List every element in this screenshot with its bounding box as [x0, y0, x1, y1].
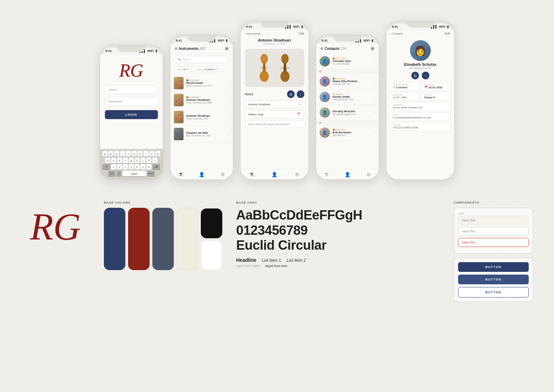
back-to-contacts[interactable]: ‹ Contacts: [391, 32, 403, 35]
key-q[interactable]: q: [102, 151, 107, 157]
location-field[interactable]: Milano, Italy 📍: [245, 110, 304, 118]
key-k[interactable]: k: [146, 158, 151, 163]
comp-button-2[interactable]: BUTTON: [458, 275, 529, 284]
message-button[interactable]: ⊟: [411, 72, 419, 79]
tab-settings-icon-4[interactable]: ⚙: [366, 172, 371, 177]
instrument-item-1[interactable]: 🎻 15.02.2022 Nicolò Amati Violin, Cremon…: [170, 75, 233, 92]
key-t[interactable]: t: [126, 151, 131, 157]
tab-contacts-icon-4[interactable]: 👤: [345, 172, 350, 177]
key-u[interactable]: u: [138, 151, 143, 157]
comp-input-3[interactable]: Input Text: [458, 238, 529, 247]
instruments-list-screen: ⚙ Instruments 4/87 ⊕ 🔍 Search Type All ▾…: [170, 44, 233, 179]
tab-instruments-icon-4[interactable]: ⚗: [324, 172, 329, 177]
button-components-box: BUTTON BUTTON BUTTON: [454, 258, 533, 302]
edit-button-5[interactable]: Edit: [445, 32, 450, 35]
contact-item-christian[interactable]: 👤 13.11.2021 Christian Dörr +1-215-456 8…: [316, 54, 379, 69]
tab-settings-icon-3[interactable]: ⚙: [295, 172, 300, 177]
key-emoji[interactable]: ☺: [117, 171, 122, 176]
status-filter[interactable]: Status Available ▾: [193, 66, 220, 72]
comp-input-2[interactable]: Input Text: [458, 227, 529, 236]
contact-item-dorian[interactable]: 👤 05.08.2021 Dorian Smith +49 223 09 90 …: [316, 89, 379, 105]
instrument-item-3[interactable]: 🎻 Antonio Stradivari Violin, Cremona, 17…: [170, 109, 233, 126]
key-w[interactable]: w: [108, 151, 113, 157]
input-components-box: Label Input Text Input Text Input Text: [454, 208, 533, 253]
key-e[interactable]: e: [114, 151, 119, 157]
components-label: COMPONENTS: [454, 201, 533, 204]
comp-button-3[interactable]: BUTTON: [458, 287, 529, 297]
tab-contacts-icon-3[interactable]: 👤: [271, 172, 277, 177]
font-headline-sample: Headline: [236, 257, 256, 263]
key-o[interactable]: o: [150, 151, 154, 157]
contacts-title: Contacts 234: [325, 47, 346, 51]
key-delete[interactable]: ⌫: [152, 164, 160, 170]
login-logo-area: RG: [100, 54, 163, 85]
key-b[interactable]: b: [135, 164, 140, 170]
instruments-search[interactable]: 🔍 Search: [174, 56, 230, 63]
type-filter[interactable]: Type All ▾: [174, 66, 191, 72]
swatch-white: [201, 240, 222, 270]
key-d[interactable]: d: [117, 158, 122, 163]
key-p[interactable]: p: [155, 151, 160, 157]
base-font-label: BASE FONT: [236, 201, 440, 204]
share-button[interactable]: ↑: [297, 90, 304, 98]
tab-instruments-icon-3[interactable]: ⚗: [249, 172, 254, 177]
contact-avatar-dorian: 👤: [320, 92, 330, 102]
tab-settings-icon[interactable]: ⚙: [221, 172, 225, 177]
key-a[interactable]: a: [105, 158, 110, 163]
instrument-id-row: #5412 ⊟ ↑: [241, 89, 309, 99]
key-g[interactable]: g: [129, 158, 134, 163]
key-h[interactable]: h: [135, 158, 140, 163]
key-j[interactable]: j: [141, 158, 145, 163]
maker-field[interactable]: Antonio Stradivari ▾: [245, 100, 304, 108]
battery-icon-5: ▮: [447, 25, 449, 28]
key-r[interactable]: r: [120, 151, 125, 157]
key-v[interactable]: v: [129, 164, 134, 170]
tab-contacts-icon[interactable]: 👤: [199, 172, 205, 177]
base-colors-label: BASE COLORS: [104, 201, 222, 204]
contact-item-diana[interactable]: 👤 15.02.2022 Diana Otto-Perkins +44-543 …: [316, 74, 379, 89]
contact-item-dorothy[interactable]: 👤 Dorothy McGuire dorothy@mcguire.me ›: [316, 105, 379, 121]
key-l[interactable]: l: [152, 158, 157, 163]
add-instrument-icon[interactable]: ⊕: [225, 46, 229, 51]
key-y[interactable]: y: [132, 151, 137, 157]
print-button[interactable]: ⊟: [287, 90, 295, 98]
keyboard-row-1: q w e r t y u i o p: [101, 151, 161, 157]
key-s[interactable]: s: [111, 158, 116, 163]
key-x[interactable]: x: [117, 164, 122, 170]
edit-button[interactable]: Edit: [299, 32, 304, 35]
key-n[interactable]: n: [141, 164, 145, 170]
password-field[interactable]: Password: [105, 97, 158, 106]
birthday-field: Birthday 12.07.1980: [390, 92, 419, 101]
tab-instruments-icon[interactable]: ⚗: [178, 172, 183, 177]
contacts-list-screen: ⚙ Contacts 234 ⊕ 👤 13.11.2021 Christian …: [316, 44, 379, 179]
key-return[interactable]: return: [147, 171, 155, 176]
back-to-instruments[interactable]: ‹ Instruments: [245, 32, 261, 35]
key-f[interactable]: f: [123, 158, 128, 163]
contacts-list-header: ⚙ Contacts 234 ⊕: [316, 44, 379, 54]
deposits-value: 📅 22.01.2022: [425, 86, 448, 89]
comp-button-1[interactable]: BUTTON: [458, 262, 529, 272]
key-123[interactable]: 123: [108, 171, 116, 176]
contact-item-erik[interactable]: 👤 22.10.2021 Erik Bernstein @erikb2121 ›: [316, 125, 379, 141]
key-m[interactable]: m: [146, 164, 151, 170]
key-shift[interactable]: ⇧: [102, 164, 110, 170]
comp-input-1[interactable]: Input Text: [458, 216, 529, 225]
key-space[interactable]: space: [123, 171, 146, 176]
notes-field[interactable]: Rare violin with great provenance: [245, 120, 304, 128]
chevron-icon-3: ›: [228, 115, 229, 119]
contact-name-dorian: Dorian Smith: [333, 95, 372, 98]
font-sample-2: 0123456789: [236, 223, 440, 238]
share-button-5[interactable]: ↑: [422, 72, 429, 79]
instrument-item-2[interactable]: 🎻 11.08.2022 Antonio Stradivari Cello, C…: [170, 92, 233, 109]
status-time-2: 9:41: [176, 39, 182, 42]
key-z[interactable]: z: [111, 164, 116, 170]
name-field[interactable]: Name: [105, 85, 158, 94]
keyboard-row-2: a s d f g h j k l: [101, 158, 161, 163]
add-contact-icon[interactable]: ⊕: [370, 46, 375, 51]
key-c[interactable]: c: [123, 164, 128, 170]
deposits-field: Deposits 📅 22.01.2022: [421, 82, 451, 91]
key-i[interactable]: i: [144, 151, 149, 157]
login-button[interactable]: LOGIN: [105, 110, 158, 119]
wifi-icon-5: WiFi: [439, 25, 446, 28]
instrument-item-4[interactable]: 🎼 Gasparo da Salò Bow, Cremona, ca. 1707…: [170, 126, 233, 143]
